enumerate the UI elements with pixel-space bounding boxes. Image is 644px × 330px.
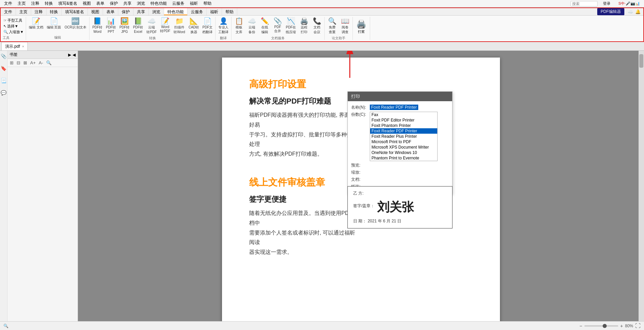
document-tab[interactable]: 演示.pdf × [1,42,28,50]
attachment-icon[interactable]: 📎 [1,53,6,59]
comments-icon[interactable]: 💬 [1,90,6,95]
print-list-foxit-plus[interactable]: Foxit Reader Plus Printer [370,134,437,139]
tab-home[interactable]: 主页 [16,8,31,15]
pdf-to-ppt-button[interactable]: 📊 PDF转PPT [104,17,117,34]
zoom-slider[interactable] [584,325,618,327]
cloud-icon[interactable]: ☁️ [628,9,633,14]
edit-page-icon: 📄 [50,18,58,24]
bm-edit-icon[interactable]: ⊠ [22,60,28,66]
pdf-translate-button[interactable]: 📄 PDF文档翻译 [201,17,214,35]
tab-share[interactable]: 共享 [134,8,149,15]
tab-file[interactable]: 文件 [1,8,16,15]
online-edit-button[interactable]: ✏️ 在线编辑 [259,17,271,35]
pdf-merge-button[interactable]: 📎 PDF合并 [271,17,284,34]
menu-item-browse[interactable]: 浏览 [134,1,148,6]
zoom-plus-button[interactable]: + [620,323,623,329]
zoom-tool-label: 入缩放▼ [9,29,24,35]
tab-browse[interactable]: 浏览 [149,8,164,15]
bookmark-expand-icon[interactable]: ▶ [68,52,71,57]
menu-item-foxit[interactable]: 福昕 [187,1,201,6]
menu-item-cloud[interactable]: 云服务 [169,1,187,6]
zoom-thumb[interactable] [603,324,607,328]
print-list-fax[interactable]: Fax [370,112,437,117]
scan-to-word-button[interactable]: 📁 扫描件转Word [172,17,186,35]
word-to-pdf-button[interactable]: 📝 Word转PDF [159,17,172,34]
print-list-onenote[interactable]: OneNote for Windows 10 [370,150,437,155]
read-survey-button[interactable]: 📖 阅卷调查 [339,17,351,35]
print-button[interactable]: 🖨️ 打窝 [354,17,368,37]
print-list-foxit-phantom[interactable]: Foxit Phantom Printer [370,123,437,128]
notification-icon[interactable]: 🔔 [635,9,641,14]
zoom-tool-button[interactable]: 🔍 入缩放▼ [3,29,24,35]
print-list-foxit-editor[interactable]: Foxit PDF Editor Printer [370,117,437,123]
tab-view[interactable]: 视图 [88,8,103,15]
edit-doc-button[interactable]: 📝 编辑 文档 [27,17,45,30]
doc-meeting-button[interactable]: 📞 文档会议 [311,17,323,35]
bm-font-small-icon[interactable]: A- [38,60,44,66]
tab-annotation[interactable]: 注释 [31,8,46,15]
bookmark-collapse-icon[interactable]: ◀ [73,52,76,57]
menu-bar: 文件 主页 注释 转换 填写&签名 视图 表单 保护 共享 浏览 特色功能 云服… [0,0,644,7]
tab-form[interactable]: 表单 [103,8,118,15]
menu-item-form[interactable]: 表单 [94,1,107,6]
menu-item-view[interactable]: 视图 [80,1,94,6]
doc-tab-close[interactable]: × [22,44,24,48]
pdf-compress-button[interactable]: 📉 PDF在线压缩 [284,17,297,35]
pages-icon[interactable]: 📃 [1,78,6,83]
menu-item-share[interactable]: 共享 [121,1,134,6]
menu-item-annotation[interactable]: 注释 [28,1,42,6]
tab-foxit[interactable]: 福昕 [207,8,222,15]
bm-font-large-icon[interactable]: A+ [29,60,37,66]
select-icon: ↖ [3,24,6,28]
search-input[interactable] [570,1,598,6]
zoom-minus-button[interactable]: − [580,323,582,329]
edit-page-button[interactable]: 📄 编辑 页面 [45,17,63,30]
bookmark-content [7,67,78,330]
pdf-viewer[interactable]: 高级打印设置 解决常见的PDF打印难题 福昕PDF阅读器拥有强大的打印功能, 界… [78,51,644,330]
cloud-backup-button[interactable]: ☁️ 云端备份 [246,17,258,35]
bm-search-icon[interactable]: 🔍 [45,60,53,66]
login-button[interactable]: 登录 [600,1,613,6]
bm-add-icon[interactable]: ⊞ [9,60,15,66]
hand-tool-button[interactable]: ☞ 手型工具 [3,18,23,23]
bookmark-icon[interactable]: 🔖 [1,66,6,71]
cad-convert-button[interactable]: 📐 CAD转换器 [187,17,200,35]
check-duplicate-button[interactable]: 🔍 免费查重 [326,17,338,35]
print-list-phantom-evernote[interactable]: Phantom Print to Evernote [370,155,437,161]
tab-convert[interactable]: 转换 [46,8,62,15]
scrollbar[interactable] [639,51,644,329]
cloud-convert-button[interactable]: ☁️ 云端转PDF [145,17,158,35]
cloud-convert-label: 云端转PDF [146,25,157,35]
print-list-ms-xps[interactable]: Microsoft XPS Document Writer [370,145,437,150]
tab-sign[interactable]: 填写&签名 [62,8,88,15]
remote-print-button[interactable]: 🖨️ 远程打印 [298,17,310,35]
pdf-to-excel-button[interactable]: 📗 PDF转Excel [132,17,144,34]
menu-item-file[interactable]: 文件 [1,1,15,6]
menu-item-convert[interactable]: 转换 [42,1,56,6]
tab-special[interactable]: 特色功能 [164,8,187,15]
fullscreen-icon[interactable]: ⛶ [635,323,641,329]
tab-help[interactable]: 帮助 [222,8,237,15]
menu-item-sign[interactable]: 填写&签名 [56,1,80,6]
bm-remove-icon[interactable]: ⊟ [16,60,21,66]
menu-item-help[interactable]: 帮助 [201,1,214,6]
template-lib-button[interactable]: 📋 模板文库 [233,17,245,35]
pdf-editor-button[interactable]: PDF编辑器 [597,8,624,15]
edit-page-label: 编辑 页面 [47,25,61,30]
compress-icon: 📉 [287,18,295,24]
select-tool-button[interactable]: ↖ 选择▼ [3,23,19,29]
print-list-ms-pdf[interactable]: Microsoft Print to PDF [370,139,437,145]
tab-cloud[interactable]: 云服务 [187,8,207,15]
menu-item-special[interactable]: 特色功能 [148,1,169,6]
pdf-to-word-button[interactable]: 📘 PDF转Word [91,17,104,34]
pdf-to-jpg-button[interactable]: 🖼️ PDF转JPG [118,17,131,34]
ocr-button[interactable]: 🔤 OCR识 别文本 [63,17,88,30]
print-list-foxit-reader[interactable]: Foxit Reader PDF Printer [370,128,437,134]
cad-icon: 📐 [189,18,198,24]
menu-item-protect[interactable]: 保护 [107,1,121,6]
human-translate-button[interactable]: 👤 专业人工翻译 [217,17,230,35]
menu-item-home[interactable]: 主页 [15,1,28,6]
signature-box: 乙 方: 签字/盖章： 刘关张 日 期： 2021 年 6 月 21 日 [347,186,452,228]
pdf-jpg-label: PDF转JPG [119,25,129,34]
tab-protect[interactable]: 保护 [118,8,134,15]
